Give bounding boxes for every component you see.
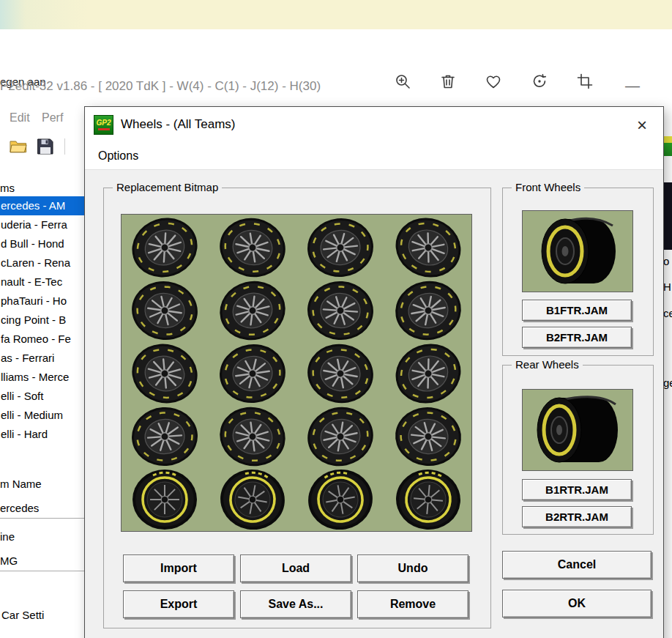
load-button[interactable]: Load (240, 554, 351, 582)
export-button[interactable]: Export (123, 590, 234, 618)
replacement-bitmap-group-label: Replacement Bitmap (113, 181, 222, 194)
undo-button[interactable]: Undo (357, 554, 468, 582)
toolbar-divider (64, 138, 65, 155)
dialog-titlebar: GP2 Wheels - (All Teams) × (85, 107, 663, 142)
teams-list-label: ms (0, 182, 15, 194)
team-list-item[interactable]: cing Point - B (0, 311, 86, 330)
minimize-button[interactable]: — (622, 75, 643, 96)
menu-item-edit[interactable]: Edit (10, 108, 30, 127)
team-list-item[interactable]: uderia - Ferra (0, 215, 86, 234)
team-list-item[interactable]: nault - E-Tec (0, 272, 86, 292)
front-wheel-preview-image (522, 210, 633, 292)
b1rtr-jam-button[interactable]: B1RTR.JAM (522, 479, 632, 500)
team-list-item[interactable]: as - Ferrari (0, 349, 86, 368)
background-window-strip (0, 0, 672, 29)
save-as-button[interactable]: Save As... (240, 590, 351, 618)
crop-icon[interactable] (575, 71, 595, 92)
delete-trash-icon[interactable] (438, 71, 458, 92)
zoom-in-icon[interactable] (392, 71, 413, 92)
team-name-label: m Name (0, 478, 42, 490)
team-list-item[interactable]: elli - Soft (0, 387, 86, 406)
team-list-item[interactable]: ercedes - AM (0, 196, 86, 215)
b2ftr-jam-button[interactable]: B2FTR.JAM (522, 327, 632, 348)
photos-toolbar: egen aan (0, 29, 672, 70)
rear-wheels-group-label: Rear Wheels (512, 358, 583, 371)
menu-item-perf[interactable]: Perf (42, 108, 63, 127)
team-list-item[interactable]: elli - Hard (0, 425, 86, 444)
team-list-item[interactable]: lliams - Merce (0, 368, 86, 387)
clipped-text-fragment: ge (663, 377, 672, 389)
teams-list: ercedes - AM uderia - Ferra d Bull - Hon… (0, 196, 86, 444)
rotate-icon[interactable] (529, 71, 550, 92)
rear-wheels-group: Rear Wheels B1RTR.JAM B2RTR.JAM (502, 365, 654, 535)
cancel-button[interactable]: Cancel (502, 551, 652, 579)
car-settings-button[interactable]: Car Setti (1, 609, 44, 621)
gp2edit-app-icon-text: GP2 (96, 119, 111, 127)
rear-wheel-preview-image (522, 389, 633, 471)
team-list-item[interactable]: fa Romeo - Fe (0, 330, 86, 349)
menu-item-options[interactable]: Options (98, 142, 138, 169)
ok-button[interactable]: OK (502, 590, 652, 617)
team-name-field[interactable]: ercedes (0, 498, 86, 519)
clipped-text-fragment: ce (663, 307, 672, 319)
front-wheels-group-label: Front Wheels (512, 181, 584, 194)
save-floppy-icon[interactable] (35, 136, 56, 157)
front-wheels-group: Front Wheels B1FTR.JAM B2FTR.JAM (502, 188, 654, 356)
clipped-text-fragment: H (663, 281, 671, 293)
import-button[interactable]: Import (123, 554, 234, 582)
wheel-bitmap-image (121, 214, 472, 532)
gp2edit-app-icon-bar (98, 128, 110, 130)
wheels-dialog: GP2 Wheels - (All Teams) × Options Repla… (84, 106, 664, 638)
clipped-text-fragment: o (663, 255, 669, 267)
b1ftr-jam-button[interactable]: B1FTR.JAM (522, 300, 632, 321)
b2rtr-jam-button[interactable]: B2RTR.JAM (522, 506, 632, 527)
team-list-item[interactable]: cLaren - Rena (0, 253, 86, 272)
team-list-item[interactable]: phaTauri - Ho (0, 292, 86, 311)
open-folder-icon[interactable] (8, 136, 29, 156)
dialog-menubar: Options (85, 142, 663, 170)
remove-button[interactable]: Remove (357, 590, 468, 618)
team-list-item[interactable]: elli - Medium (0, 406, 86, 425)
replacement-bitmap-group: Replacement Bitmap (103, 188, 491, 628)
engine-label: ine (0, 530, 15, 543)
favorite-heart-icon[interactable] (483, 71, 504, 92)
dialog-title: Wheels - (All Teams) (121, 117, 236, 132)
main-window-title: P2edit-32 v1.86 - [ 2020 TdK ] - W(4) - … (0, 79, 321, 94)
close-icon[interactable]: × (630, 113, 654, 138)
screen: egen aan P2edit-32 v1.86 - [ 2020 TdK ] … (0, 0, 672, 638)
engine-field[interactable]: MG (0, 551, 86, 571)
gp2edit-app-icon: GP2 (94, 115, 113, 135)
team-list-item[interactable]: d Bull - Hond (0, 234, 86, 253)
